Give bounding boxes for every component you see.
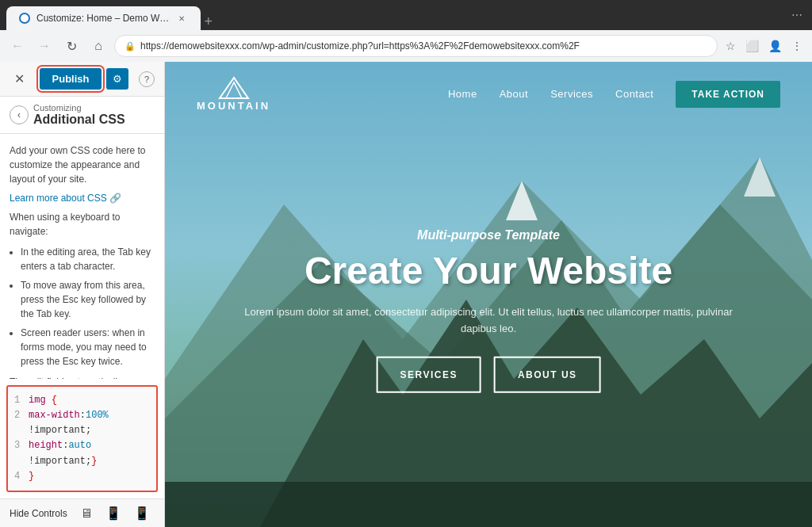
back-button[interactable]: ← [6,35,29,57]
hide-controls-btn[interactable]: Hide Controls [10,508,67,519]
new-tab-button[interactable]: + [201,13,216,30]
address-bar-row: ← → ↻ ⌂ 🔒 https://demowebsitexxx.com/wp-… [0,30,812,62]
nav-links: Home About Services Contact TAKE ACTION [448,81,780,108]
keyboard-tips-list: In the editing area, the Tab key enters … [10,245,155,369]
logo-icon [218,76,250,100]
keyboard-heading: When using a keyboard to navigate: [10,210,155,239]
profile-btn[interactable]: 👤 [765,38,785,54]
breadcrumb-label: Customizing [33,103,125,113]
address-bar-actions: ☆ ⬜ 👤 ⋮ [722,38,806,54]
services-btn[interactable]: SERVICES [376,357,481,393]
nav-cta-button[interactable]: TAKE ACTION [676,81,780,108]
home-button[interactable]: ⌂ [87,35,109,57]
tab-title: Customize: Home – Demo W… [36,13,169,24]
code-line-1: 1 img { [14,393,150,408]
svg-rect-7 [165,482,812,527]
tablet-icon[interactable]: 📱 [105,506,121,521]
learn-css-link[interactable]: Learn more about CSS [10,193,107,204]
forward-button[interactable]: → [33,35,56,57]
code-line-4: 4 } [14,469,150,484]
nav-home[interactable]: Home [448,88,477,100]
svg-marker-8 [220,78,248,98]
customizer-panel: ✕ Publish ⚙ ? ‹ Customizing Additional C… [0,62,165,527]
screenshot-btn[interactable]: ⬜ [742,38,762,54]
extensions-btn[interactable]: ⋮ [788,38,806,54]
active-tab[interactable]: Customize: Home – Demo W… ✕ [6,6,201,30]
browser-chrome: Customize: Home – Demo W… ✕ + ⋯ [0,0,812,30]
close-panel-btn[interactable]: ✕ [10,70,29,88]
url-text: https://demowebsitexxx.com/wp-admin/cust… [140,40,707,52]
bookmark-btn[interactable]: ☆ [722,38,739,54]
minimize-btn[interactable]: ⋯ [788,6,806,25]
code-line-3: 3 height:auto !important;} [14,438,150,468]
desktop-icon[interactable]: 🖥 [80,506,93,521]
logo-text: MOUNTAIN [197,100,270,112]
hero-buttons: SERVICES ABOUT US [230,357,748,393]
tip-3: Screen reader users: when in forms mode,… [21,326,155,369]
refresh-button[interactable]: ↻ [60,35,82,57]
svg-point-0 [21,14,29,22]
nav-contact[interactable]: Contact [615,88,653,100]
browser-window-controls: ⋯ [788,6,806,25]
site-logo: MOUNTAIN [197,76,270,112]
publish-area: Publish ⚙ [29,68,139,90]
publish-button[interactable]: Publish [40,68,102,90]
panel-breadcrumb: ‹ Customizing Additional CSS [0,97,164,134]
lock-icon: 🔒 [124,41,136,52]
hero-description: Lorem ipsum dolor sit amet, consectetur … [230,304,748,338]
main-layout: ✕ Publish ⚙ ? ‹ Customizing Additional C… [0,62,812,527]
gear-button[interactable]: ⚙ [106,68,128,90]
mobile-icon[interactable]: 📱 [134,506,150,521]
tab-close-btn[interactable]: ✕ [175,12,188,25]
tab-favicon [19,13,30,24]
website-preview: MOUNTAIN Home About Services Contact TAK… [165,62,812,527]
about-us-btn[interactable]: ABOUT US [494,357,601,393]
panel-content: Add your own CSS code here to customize … [0,134,164,379]
css-code-editor[interactable]: 1 img { 2 max-width:100% !important; 3 h… [6,385,158,492]
site-navigation: MOUNTAIN Home About Services Contact TAK… [165,62,812,126]
code-line-2: 2 max-width:100% !important; [14,408,150,438]
website-preview-area: MOUNTAIN Home About Services Contact TAK… [165,62,812,527]
panel-footer: Hide Controls 🖥 📱 📱 [0,498,164,527]
panel-title: Additional CSS [33,113,125,127]
tip-1: In the editing area, the Tab key enters … [21,245,155,273]
nav-services[interactable]: Services [550,88,593,100]
back-to-customizer-btn[interactable]: ‹ [10,105,29,124]
nav-about[interactable]: About [500,88,528,100]
url-bar[interactable]: 🔒 https://demowebsitexxx.com/wp-admin/cu… [114,35,718,57]
auto-highlight-text: The edit field automatically highlights … [10,375,155,379]
hero-subtitle: Multi-purpose Template [230,227,748,242]
tip-2: To move away from this area, press the E… [21,278,155,321]
description-text: Add your own CSS code here to customize … [10,143,155,186]
browser-tabs: Customize: Home – Demo W… ✕ + [6,0,782,30]
hero-title: Create Your Website [230,250,748,292]
panel-header: ✕ Publish ⚙ ? [0,62,164,97]
help-button[interactable]: ? [139,71,155,87]
hero-content: Multi-purpose Template Create Your Websi… [230,227,748,392]
